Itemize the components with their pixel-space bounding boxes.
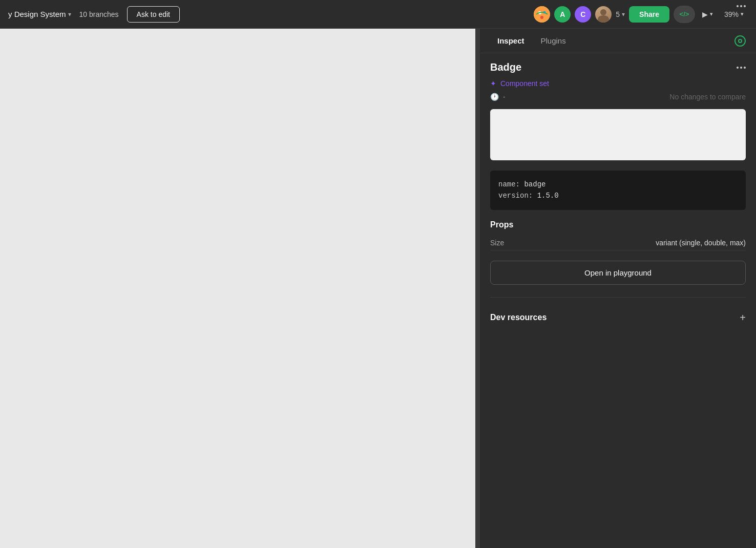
- playground-btn-label: Open in playground: [584, 268, 652, 277]
- code-name-val: badge: [524, 180, 545, 188]
- dot4: [737, 67, 739, 69]
- tab-plugins-label: Plugins: [541, 36, 566, 45]
- design-system-name[interactable]: y Design System ▾: [8, 10, 71, 18]
- share-label: Share: [639, 10, 659, 18]
- more-options-button[interactable]: [737, 5, 746, 7]
- diamond-icon: ✦: [490, 79, 496, 88]
- design-system-title: y Design System: [8, 10, 66, 18]
- avatar-c-label: C: [580, 10, 585, 18]
- zoom-button[interactable]: 39% ▾: [720, 8, 748, 20]
- tab-inspect-label: Inspect: [497, 36, 524, 45]
- section-divider: [490, 297, 746, 298]
- avatar-user4[interactable]: [595, 6, 612, 23]
- prop-size-val: variant (single, double, max): [656, 239, 746, 247]
- props-section: Props Size variant (single, double, max): [490, 220, 746, 250]
- play-icon: ▶: [702, 10, 708, 18]
- chevron-down-icon: ▾: [68, 11, 71, 18]
- props-title: Props: [490, 220, 746, 229]
- version-left: 🕐 -: [490, 93, 506, 101]
- component-more-options[interactable]: [737, 67, 746, 69]
- dot2: [740, 5, 742, 7]
- code-line-name: name: badge: [498, 179, 738, 190]
- panel-resizer[interactable]: [475, 29, 479, 548]
- code-version-val: 1.5.0: [537, 192, 559, 200]
- clock-icon: 🕐: [490, 93, 499, 101]
- dev-resources-title: Dev resources: [490, 313, 547, 322]
- green-indicator-button[interactable]: [734, 35, 746, 47]
- panel-tabs: Inspect Plugins: [480, 29, 756, 53]
- svg-point-0: [534, 6, 550, 23]
- dev-resources-row: Dev resources +: [490, 306, 746, 330]
- dot1: [737, 5, 739, 7]
- component-preview: [490, 109, 746, 160]
- code-version-key: version:: [498, 192, 533, 200]
- code-button[interactable]: </>: [674, 6, 695, 23]
- zoom-level: 39%: [724, 10, 739, 18]
- open-playground-button[interactable]: Open in playground: [490, 261, 746, 285]
- svg-point-3: [540, 16, 543, 19]
- dot5: [740, 67, 742, 69]
- collab-count[interactable]: 5 ▾: [616, 10, 625, 18]
- component-set-row: ✦ Component set: [490, 79, 746, 88]
- zoom-chevron-icon: ▾: [741, 11, 744, 17]
- branches-label: 10 branches: [79, 10, 119, 18]
- no-changes-label: No changes to compare: [669, 93, 746, 101]
- avatar-user3[interactable]: C: [575, 6, 591, 23]
- play-button[interactable]: ▶ ▾: [699, 8, 716, 20]
- avatar-a-label: A: [560, 10, 565, 18]
- canvas-area[interactable]: [0, 29, 479, 548]
- dot3: [744, 5, 746, 7]
- ask-to-edit-label: Ask to edit: [137, 10, 170, 18]
- add-dev-resource-button[interactable]: +: [740, 312, 746, 324]
- play-chevron-icon: ▾: [710, 11, 713, 17]
- component-title: Badge: [490, 61, 521, 73]
- ask-to-edit-button[interactable]: Ask to edit: [127, 6, 180, 23]
- avatar-user2[interactable]: A: [554, 6, 571, 23]
- collab-chevron-icon: ▾: [622, 11, 625, 18]
- share-button[interactable]: Share: [629, 6, 669, 23]
- avatar-user1[interactable]: [534, 6, 550, 23]
- prop-row-size: Size variant (single, double, max): [490, 236, 746, 250]
- topbar-left: y Design System ▾ 10 branches Ask to edi…: [8, 6, 534, 23]
- tab-plugins[interactable]: Plugins: [534, 32, 573, 49]
- code-icon: </>: [680, 10, 689, 18]
- main-layout: Inspect Plugins Badge: [0, 29, 756, 548]
- tab-inspect[interactable]: Inspect: [490, 32, 532, 49]
- panel-tabs-right: [734, 35, 746, 47]
- code-box: name: badge version: 1.5.0: [490, 171, 746, 210]
- green-circle-inner: [738, 39, 742, 43]
- branches-button[interactable]: 10 branches: [75, 8, 123, 20]
- code-line-version: version: 1.5.0: [498, 190, 738, 201]
- dot6: [744, 67, 746, 69]
- inspect-content: Badge ✦ Component set 🕐 - No changes to …: [480, 53, 756, 548]
- collab-number: 5: [616, 10, 620, 18]
- topbar: y Design System ▾ 10 branches Ask to edi…: [0, 0, 756, 29]
- version-row: 🕐 - No changes to compare: [490, 93, 746, 101]
- code-name-key: name:: [498, 180, 520, 188]
- prop-size-key: Size: [490, 239, 504, 247]
- component-set-label[interactable]: Component set: [500, 79, 549, 88]
- right-panel: Inspect Plugins Badge: [479, 29, 756, 548]
- component-header: Badge: [490, 61, 746, 73]
- version-dash: -: [503, 93, 506, 101]
- topbar-center: A C 5 ▾ Share </> ▶ ▾ 39% ▾: [534, 6, 748, 23]
